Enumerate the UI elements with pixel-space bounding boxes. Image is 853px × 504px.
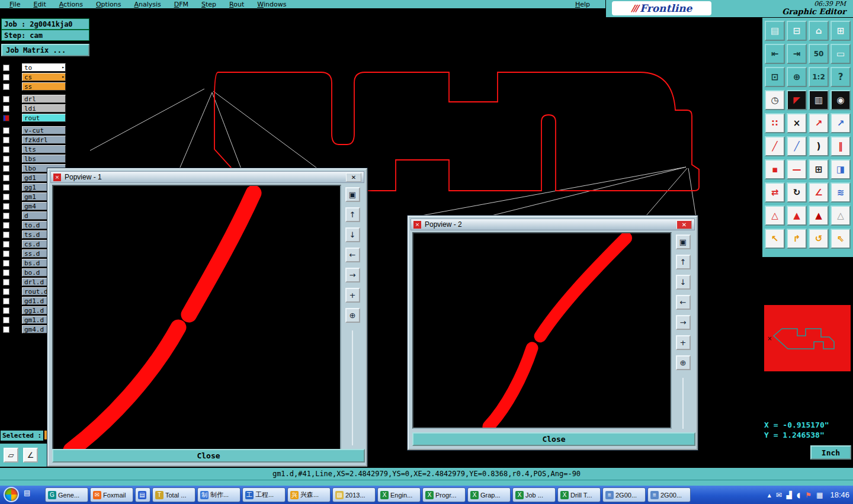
layer-row-fzkdrl[interactable]: fzkdrl bbox=[0, 135, 90, 145]
move-points-icon[interactable]: ↗ bbox=[809, 113, 829, 133]
layer-checkbox-rout[interactable] bbox=[3, 115, 9, 121]
half-plane-icon[interactable]: ◨ bbox=[830, 159, 851, 179]
layer-checkbox-lbs[interactable] bbox=[3, 156, 9, 162]
center-icon[interactable]: ⊕ bbox=[787, 67, 807, 87]
layer-checkbox-gm4.d[interactable] bbox=[3, 326, 9, 333]
popview-2-titlebar[interactable]: × Popview - 2 ✕ bbox=[411, 219, 695, 230]
taskbar-item-2G00[interactable]: ≡2G00... bbox=[647, 487, 691, 502]
swap-icon[interactable]: ⇄ bbox=[765, 182, 785, 203]
layer-checkbox-ldi[interactable] bbox=[3, 105, 9, 112]
popview-window-1[interactable]: × Popview - 1 ✕ ▣↑↓←→+⊕ Close bbox=[47, 168, 367, 467]
select-arc-icon[interactable]: ↺ bbox=[809, 229, 829, 249]
layer-checkbox-lts[interactable] bbox=[3, 146, 9, 153]
menu-options[interactable]: Options bbox=[96, 1, 121, 8]
pad-red-icon[interactable]: ▪ bbox=[765, 159, 785, 179]
layer-checkbox-fzkdrl[interactable] bbox=[3, 137, 9, 143]
scroll-up-icon[interactable]: ↑ bbox=[345, 207, 360, 222]
screen-icon[interactable]: ⊟ bbox=[787, 21, 807, 41]
overview-thumbnail[interactable]: × bbox=[764, 305, 851, 371]
scroll-left-icon[interactable]: ← bbox=[345, 248, 360, 262]
zoom-icon[interactable]: ⊕ bbox=[345, 308, 360, 323]
popview-1-close-icon[interactable]: ✕ bbox=[346, 173, 361, 182]
taskbar-item-Total[interactable]: TTotal ... bbox=[152, 487, 195, 502]
layer-row-ss[interactable]: ss bbox=[0, 82, 90, 91]
angle-tool-button[interactable]: ∠ bbox=[23, 448, 38, 463]
popview-1-titlebar[interactable]: × Popview - 1 ✕ bbox=[50, 171, 364, 183]
arc-icon[interactable]: ) bbox=[809, 136, 829, 156]
taskbar-item[interactable]: ▤ bbox=[135, 487, 150, 502]
layer-checkbox-v-cut[interactable] bbox=[3, 127, 9, 134]
menu-windows[interactable]: Windows bbox=[257, 1, 286, 8]
layer-label-to[interactable]: to▸ bbox=[22, 63, 66, 72]
copy-board-icon[interactable]: ▤ bbox=[765, 21, 785, 41]
layer-label-lts[interactable]: lts bbox=[22, 145, 66, 153]
menu-actions[interactable]: Actions bbox=[59, 1, 83, 8]
flag-icon[interactable]: ⚑ bbox=[805, 491, 812, 499]
layer-label-rout[interactable]: rout bbox=[22, 114, 66, 122]
taskbar-item-[interactable]: 工工程... bbox=[242, 487, 286, 502]
scroll-up-icon[interactable]: ↑ bbox=[676, 255, 691, 269]
taskbar-item-Grap[interactable]: XGrap... bbox=[467, 487, 511, 502]
triangle-dim-icon[interactable]: △ bbox=[830, 206, 851, 226]
triangle-outline-icon[interactable]: △ bbox=[765, 206, 785, 226]
taskbar-item-Engin[interactable]: XEngin... bbox=[377, 487, 421, 502]
taskbar-item-Job[interactable]: XJob ... bbox=[512, 487, 556, 502]
taskbar-item-Progr[interactable]: XProgr... bbox=[422, 487, 466, 502]
copy-points-icon[interactable]: ↗ bbox=[830, 113, 851, 133]
line-blue-icon[interactable]: ╱ bbox=[787, 136, 807, 156]
input-indicator-icon[interactable]: ▦ bbox=[816, 491, 823, 499]
shape-tool-button[interactable]: ▱ bbox=[4, 448, 18, 463]
dot-grid-icon[interactable]: ◉ bbox=[830, 90, 851, 110]
popview-1-close-button[interactable]: Close bbox=[52, 449, 365, 463]
taskbar-item-[interactable]: 兴兴森... bbox=[287, 487, 331, 502]
menu-help[interactable]: Help bbox=[575, 1, 590, 8]
taskbar-item-DrillT[interactable]: XDrill T... bbox=[557, 487, 601, 502]
layer-checkbox-drl.d[interactable] bbox=[3, 279, 9, 285]
taskbar-item-2G00[interactable]: ≡2G00... bbox=[602, 487, 646, 502]
line-red-icon[interactable]: ╱ bbox=[765, 136, 785, 156]
layer-label-ss[interactable]: ss bbox=[22, 82, 66, 91]
message-icon[interactable]: ✉ bbox=[776, 491, 782, 499]
scale-1-2-icon[interactable]: 1:2 bbox=[809, 67, 829, 87]
layer-checkbox-gm1.d[interactable] bbox=[3, 317, 9, 323]
job-matrix-button[interactable]: Job Matrix ... bbox=[1, 44, 89, 56]
home-icon[interactable]: ⌂ bbox=[809, 21, 829, 41]
layer-row-to[interactable]: to▸ bbox=[0, 63, 90, 72]
layer-checkbox-gm1[interactable] bbox=[3, 194, 9, 200]
popview-window-2[interactable]: × Popview - 2 ✕ ▣↑↓←→+⊕ Close bbox=[408, 216, 698, 450]
stack-windows-icon[interactable]: ▣ bbox=[676, 235, 691, 249]
select-icon[interactable]: ↖ bbox=[765, 229, 785, 249]
popview-2-canvas[interactable] bbox=[412, 232, 672, 429]
layer-checkbox-ts.d[interactable] bbox=[3, 232, 9, 238]
angle-icon[interactable]: ∠ bbox=[809, 182, 829, 203]
menu-analysis[interactable]: Analysis bbox=[134, 1, 161, 8]
popview-2-close-icon[interactable]: ✕ bbox=[676, 220, 692, 229]
units-button[interactable]: Inch bbox=[810, 445, 851, 460]
layer-row-ldi[interactable]: ldi bbox=[0, 104, 90, 113]
layer-label-lbs[interactable]: lbs bbox=[22, 155, 66, 163]
pan-left-icon[interactable]: ⇤ bbox=[765, 44, 785, 64]
pan-icon[interactable]: + bbox=[345, 288, 360, 303]
layer-checkbox-bo.d[interactable] bbox=[3, 269, 9, 276]
layer-label-cs[interactable]: cs▸ bbox=[22, 73, 66, 81]
measure-box-icon[interactable]: ⊞ bbox=[809, 159, 829, 179]
scroll-down-icon[interactable]: ↓ bbox=[345, 227, 360, 242]
layer-row-cs[interactable]: cs▸ bbox=[0, 72, 90, 82]
menu-step[interactable]: Step bbox=[201, 1, 216, 8]
pointer-red-icon[interactable]: ◤ bbox=[787, 90, 807, 110]
taskbar-item-Gene[interactable]: GGene... bbox=[45, 487, 88, 502]
layer-label-v-cut[interactable]: v-cut bbox=[22, 126, 66, 134]
layer-checkbox-cs.d[interactable] bbox=[3, 241, 9, 248]
select-net-icon[interactable]: ⇖ bbox=[830, 229, 851, 249]
layer-checkbox-gd1[interactable] bbox=[3, 175, 9, 181]
scroll-left-icon[interactable]: ← bbox=[676, 295, 691, 310]
menu-dfm[interactable]: DFM bbox=[174, 1, 188, 8]
scroll-right-icon[interactable]: → bbox=[345, 268, 360, 283]
help-icon[interactable]: ? bbox=[830, 67, 851, 87]
layer-label-fzkdrl[interactable]: fzkdrl bbox=[22, 136, 66, 144]
layer-checkbox-gg1[interactable] bbox=[3, 184, 9, 191]
layer-checkbox-rout.d[interactable] bbox=[3, 288, 9, 295]
clock-icon[interactable]: ◷ bbox=[765, 90, 785, 110]
zoom-icon[interactable]: ⊕ bbox=[676, 355, 691, 370]
panel-icon[interactable]: ▭ bbox=[830, 44, 851, 64]
